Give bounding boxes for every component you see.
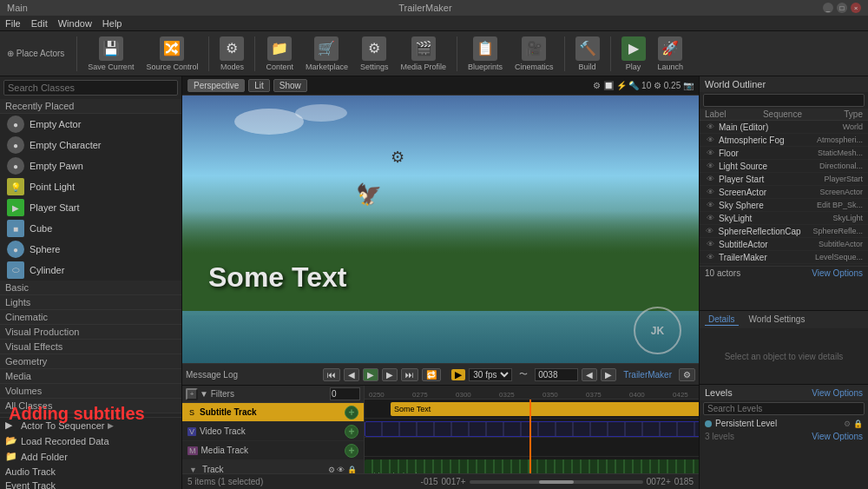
outliner-item-fog[interactable]: 👁 Atmospheric Fog Atmospheri... xyxy=(700,134,868,147)
recently-placed-header[interactable]: Recently Placed xyxy=(0,99,181,114)
media-section[interactable]: Media xyxy=(0,369,181,384)
maximize-button[interactable]: □ xyxy=(837,3,847,13)
subtitle-track-row[interactable]: S Subtitle Track + xyxy=(182,403,364,422)
outliner-search-input[interactable] xyxy=(703,94,865,107)
track-menu-load-recorded[interactable]: 📂 Load Recorded Data xyxy=(0,433,181,449)
seq-settings[interactable]: ⚙ xyxy=(679,368,695,381)
launch-button[interactable]: 🚀 Launch xyxy=(653,35,689,73)
panel-item-player-start[interactable]: ▶ Player Start xyxy=(0,197,181,218)
video-track-add[interactable]: + xyxy=(345,425,358,439)
search-input[interactable] xyxy=(3,80,178,96)
viewport-scene[interactable]: ⚙ 🦅 Some Text JK xyxy=(182,96,699,363)
step-forward-button[interactable]: ▶ xyxy=(382,368,398,381)
skip-end-button[interactable]: ⏭ xyxy=(401,368,418,381)
track-menu-audio[interactable]: Audio Track xyxy=(0,465,181,479)
panel-item-sphere[interactable]: ● Sphere xyxy=(0,239,181,260)
source-control-button[interactable]: 🔀 Source Control xyxy=(141,35,203,73)
world-settings-tab[interactable]: World Settings xyxy=(746,314,809,326)
marketplace-button[interactable]: 🛒 Marketplace xyxy=(300,35,353,73)
eye-icon-skylight[interactable]: 👁 xyxy=(705,213,715,223)
nav-left[interactable]: ◀ xyxy=(582,368,597,381)
fps-select[interactable]: 30 fps xyxy=(469,368,512,381)
track-row[interactable]: ▼ Track ⚙ 👁 🔒 xyxy=(182,460,364,473)
perspective-button[interactable]: Perspective xyxy=(187,79,245,92)
panel-item-cube[interactable]: ■ Cube xyxy=(0,218,181,239)
visual-effects-section[interactable]: Visual Effects xyxy=(0,340,181,354)
panel-item-empty-character[interactable]: ● Empty Character xyxy=(0,135,181,155)
video-track-row[interactable]: V Video Track + xyxy=(182,422,364,441)
track-menu-event[interactable]: Event Track xyxy=(0,479,181,489)
menu-edit[interactable]: Edit xyxy=(31,18,48,29)
settings-button[interactable]: ⚙ Settings xyxy=(355,35,394,73)
outliner-item-floor[interactable]: 👁 Floor StaticMesh... xyxy=(700,147,868,160)
timeline-scrollbar-thumb[interactable] xyxy=(539,480,574,484)
filter-button[interactable]: + xyxy=(186,388,198,400)
persistent-level-item[interactable]: Persistent Level ⚙ 🔒 xyxy=(700,417,868,430)
outliner-item-subtitle-actor[interactable]: 👁 SubtitleActor SubtitleActor xyxy=(700,238,868,251)
outliner-item-main[interactable]: 👁 Main (Editor) World xyxy=(700,121,868,134)
seq-timeline[interactable]: 0250 0275 0300 0325 0350 0375 0400 0425 … xyxy=(365,386,699,473)
panel-item-cylinder[interactable]: ⬭ Cylinder xyxy=(0,260,181,281)
basic-section[interactable]: Basic xyxy=(0,281,181,295)
eye-icon-fog[interactable]: 👁 xyxy=(705,135,715,145)
outliner-item-skylight[interactable]: 👁 SkyLight SkyLight xyxy=(700,212,868,225)
media-profile-button[interactable]: 🎬 Media Profile xyxy=(396,35,452,73)
outliner-item-light[interactable]: 👁 Light Source Directional... xyxy=(700,160,868,173)
blueprints-button[interactable]: 📋 Blueprints xyxy=(463,35,508,73)
play-seq-button[interactable]: ▶ xyxy=(363,368,378,381)
geometry-section[interactable]: Geometry xyxy=(0,354,181,369)
panel-item-point-light[interactable]: 💡 Point Light xyxy=(0,176,181,197)
outliner-item-sphere-refl[interactable]: 👁 SphereReflectionCap SphereRefle... xyxy=(700,225,868,238)
eye-icon-player[interactable]: 👁 xyxy=(705,174,715,184)
outliner-item-player[interactable]: 👁 Player Start PlayerStart xyxy=(700,173,868,186)
modes-button[interactable]: ⚙ Modes xyxy=(214,35,249,73)
details-tab[interactable]: Details xyxy=(705,314,739,326)
nav-right[interactable]: ▶ xyxy=(601,368,616,381)
build-button[interactable]: 🔨 Build xyxy=(570,35,605,73)
eye-icon-screen[interactable]: 👁 xyxy=(705,187,715,197)
skip-start-button[interactable]: ⏮ xyxy=(323,368,340,381)
menu-window[interactable]: Window xyxy=(58,18,92,29)
volumes-section[interactable]: Volumes xyxy=(0,384,181,399)
cinematic-section[interactable]: Cinematic xyxy=(0,310,181,325)
content-button[interactable]: 📁 Content xyxy=(260,35,299,73)
play-button[interactable]: ▶ Play xyxy=(616,35,651,73)
subtitle-clip[interactable]: Some Text xyxy=(391,402,699,416)
outliner-item-sky[interactable]: 👁 Sky Sphere Edit BP_Sk... xyxy=(700,199,868,212)
media-track-row[interactable]: M Media Track + xyxy=(182,441,364,460)
subtitle-track-add[interactable]: + xyxy=(345,406,358,420)
outliner-item-trailermaker[interactable]: 👁 TrailerMaker LevelSeque... xyxy=(700,251,868,264)
show-button[interactable]: Show xyxy=(273,79,307,92)
eye-icon-subtitle[interactable]: 👁 xyxy=(705,239,715,249)
menu-file[interactable]: File xyxy=(5,18,21,29)
eye-icon-sky[interactable]: 👁 xyxy=(705,200,715,210)
eye-icon-main[interactable]: 👁 xyxy=(705,122,715,132)
track-input[interactable] xyxy=(330,387,360,400)
frame-counter[interactable] xyxy=(535,368,578,381)
outliner-item-screen[interactable]: 👁 ScreenActor ScreenActor xyxy=(700,186,868,199)
panel-item-empty-pawn[interactable]: ● Empty Pawn xyxy=(0,155,181,176)
scrubber[interactable] xyxy=(529,400,531,473)
cinematics-button[interactable]: 🎥 Cinematics xyxy=(510,35,559,73)
video-clip[interactable] xyxy=(365,421,699,437)
lit-button[interactable]: Lit xyxy=(248,79,270,92)
visual-production-section[interactable]: Visual Production xyxy=(0,325,181,340)
audio-clip[interactable]: videoplayback xyxy=(365,459,699,473)
eye-icon-light[interactable]: 👁 xyxy=(705,161,715,171)
eye-icon-sphere[interactable]: 👁 xyxy=(705,226,715,236)
eye-icon-trailer[interactable]: 👁 xyxy=(705,252,715,262)
eye-icon-floor[interactable]: 👁 xyxy=(705,148,715,158)
loop-button[interactable]: 🔁 xyxy=(422,368,441,381)
save-button[interactable]: 💾 Save Current xyxy=(82,35,139,73)
levels-view-options[interactable]: View Options xyxy=(812,388,863,398)
lights-section[interactable]: Lights xyxy=(0,295,181,310)
media-track-add[interactable]: + xyxy=(345,444,358,458)
close-button[interactable]: × xyxy=(851,3,861,13)
levels-search-input[interactable] xyxy=(703,402,865,415)
track-menu-add-folder[interactable]: 📁 Add Folder xyxy=(0,449,181,465)
step-back-button[interactable]: ◀ xyxy=(344,368,359,381)
minimize-button[interactable]: _ xyxy=(823,3,833,13)
panel-item-empty-actor[interactable]: ● Empty Actor xyxy=(0,114,181,135)
levels-view-opts-2[interactable]: View Options xyxy=(812,432,863,441)
menu-help[interactable]: Help xyxy=(102,18,122,29)
